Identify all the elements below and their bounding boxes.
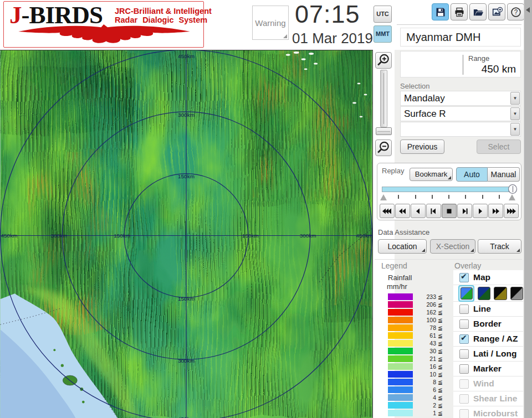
skip-forward-icon [507,208,516,215]
scale-row: 78≦ [388,324,443,332]
map-style-black-gray[interactable] [510,287,523,300]
zoom-slider-handle[interactable] [376,127,392,135]
selection-dropdown-2[interactable]: Surface R▼ [400,106,521,121]
auto-button[interactable]: Auto [456,167,488,182]
overlay-item-map[interactable]: ✔Map [453,270,523,285]
overlay-item-label: Marker [473,364,502,374]
overlay-item-label: Microburst [473,409,518,418]
mmt-button[interactable]: MMT [374,25,392,43]
range-ring-label: 300km [50,233,67,239]
range-ring-label: 150km [178,296,195,302]
step-forward-button[interactable] [457,204,472,218]
previous-button[interactable]: Previous [400,140,444,154]
fast-rewind-button[interactable] [380,204,395,218]
slider-start-marker [380,194,387,200]
toolbar: ? [432,3,524,20]
map-style-black-olive[interactable] [494,287,507,300]
chevron-down-icon[interactable]: ▼ [510,123,520,136]
overlay-item-label: Border [473,319,502,329]
overlay-item-border[interactable]: Border [453,317,523,332]
step-forward-icon [460,208,469,215]
help-icon: ? [510,7,521,18]
help-button[interactable]: ? [507,3,524,20]
rewind-icon [398,208,407,215]
selection-label: Selection [400,82,429,90]
range-ring-label: 300km [178,112,195,118]
chevron-down-icon[interactable]: ▼ [510,92,520,105]
panel-splitter[interactable] [524,0,532,418]
zoom-slider-track[interactable] [380,70,387,127]
scale-row: 43≦ [388,339,443,347]
checkbox[interactable]: ✔ [459,273,469,282]
checkbox[interactable] [459,379,469,389]
location-button[interactable]: Location [378,239,427,254]
play-reverse-button[interactable] [411,204,426,218]
zoom-out-button[interactable] [375,140,392,156]
map-style-blue-green-selected[interactable] [458,285,474,302]
clock-date: 01 Mar 2019 [292,30,373,47]
clock-time: 07:15 [295,0,360,29]
checkbox[interactable]: ✔ [459,334,469,344]
logo-tagline: JRC-Brilliant & Intelligent Radar Dialog… [115,7,212,24]
warning-box[interactable]: Warning [252,6,289,40]
skip-forward-button[interactable] [504,204,519,218]
save-button[interactable] [432,3,449,20]
utc-button[interactable]: UTC [374,6,392,23]
open-folder-button[interactable] [469,3,487,20]
play-button[interactable] [473,204,488,218]
zoom-in-button[interactable] [375,52,392,69]
map-style-swatches [453,285,523,302]
replay-slider-handle[interactable] [508,184,517,194]
range-ring-label: 450km [1,233,18,239]
range-ring-label: 450km [178,53,195,59]
radar-map[interactable]: 450km300km150km150km300km450km450km300km… [0,50,372,418]
checkbox[interactable] [459,364,469,374]
export-image-icon [492,7,503,18]
range-ring-label: 150km [178,173,195,179]
check-icon: ✔ [461,272,467,281]
print-button[interactable] [451,3,468,20]
eagle-icon [6,24,202,47]
overlay-item-line[interactable]: Line [453,302,523,317]
dropdown-value: Surface R [404,109,446,120]
overlay-item-lati-long[interactable]: Lati / Long [453,347,523,362]
checkbox[interactable] [459,319,469,329]
stop-button[interactable] [442,204,457,218]
overlay-item-label: Map [473,272,490,282]
chevron-down-icon[interactable]: ▼ [510,107,520,120]
checkbox[interactable] [459,305,469,314]
bookmark-button[interactable]: Bookmark [410,168,453,181]
checkbox[interactable] [459,409,469,418]
fast-forward-button[interactable] [488,204,503,218]
stop-icon [444,208,454,215]
overlay-item-label: Lati / Long [473,349,516,359]
export-image-button[interactable] [488,3,505,20]
selection-dropdown-3[interactable]: ▼ [400,122,521,137]
save-icon [435,7,446,18]
scale-row: 30≦ [388,347,443,355]
overlay-item-label: Shear Line [473,394,517,404]
step-backward-button[interactable] [426,204,441,218]
overlay-item-wind[interactable]: Wind [453,376,523,391]
overlay-item-marker[interactable]: Marker [453,362,523,376]
select-button[interactable]: Select [477,140,521,154]
play-icon [475,208,485,215]
playback-controls [380,204,519,218]
replay-slider-track[interactable] [382,187,516,192]
svg-text:?: ? [514,8,518,16]
overlay-item-microburst[interactable]: Microburst [453,406,523,418]
checkbox[interactable] [459,394,469,404]
legend-unit: Rainfall [388,273,412,282]
station-name: Myanmar DMH [400,28,521,47]
scale-row: 162≦ [388,308,443,316]
rewind-button[interactable] [395,204,410,218]
rainfall-scale: 233≦206≦162≦100≦78≦61≦43≦30≦21≦16≦10≦8≦6… [388,293,443,417]
track-button[interactable]: Track [478,239,521,254]
checkbox[interactable] [459,349,469,359]
overlay-item-shear-line[interactable]: Shear Line [453,391,523,406]
overlay-item-range-az[interactable]: ✔Range / AZ [453,332,523,347]
x-section-button[interactable]: X-Section [430,239,475,254]
map-style-navy-darkgreen[interactable] [478,287,490,300]
selection-dropdown-1[interactable]: Mandalay▼ [400,91,521,106]
manual-button[interactable]: Manual [488,167,520,182]
